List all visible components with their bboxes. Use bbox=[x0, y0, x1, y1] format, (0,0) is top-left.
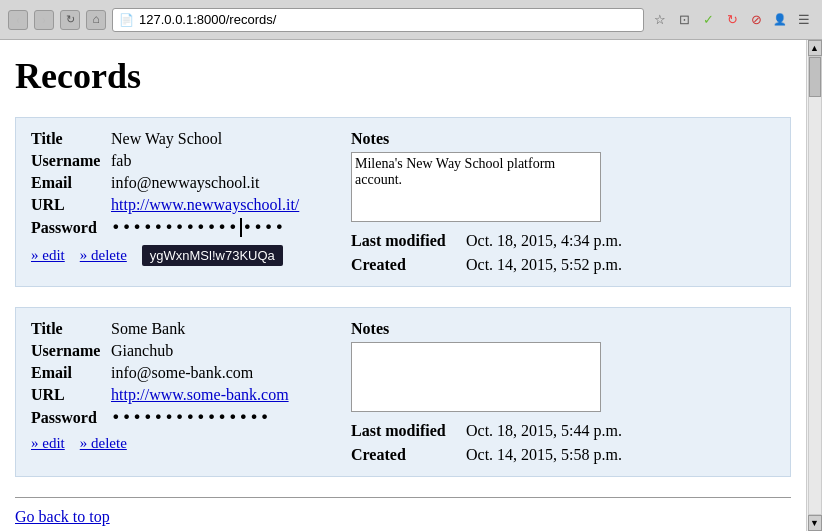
title-label-2: Title bbox=[31, 320, 111, 338]
email-value-1: info@newwayschool.it bbox=[111, 174, 259, 192]
email-label-2: Email bbox=[31, 364, 111, 382]
created-row-1: Created Oct. 14, 2015, 5:52 p.m. bbox=[351, 256, 775, 274]
url-label-1: URL bbox=[31, 196, 111, 214]
back-button[interactable]: ‹ bbox=[8, 10, 28, 30]
delete-link-1[interactable]: » delete bbox=[80, 247, 127, 264]
last-modified-value-1: Oct. 18, 2015, 4:34 p.m. bbox=[466, 232, 622, 250]
username-row-2: Username Gianchub bbox=[31, 342, 331, 360]
notes-textarea-1[interactable]: Milena's New Way School platform account… bbox=[351, 152, 601, 222]
title-value-1: New Way School bbox=[111, 130, 222, 148]
record-right-2: Notes Last modified Oct. 18, 2015, 5:44 … bbox=[351, 320, 775, 464]
shield-icon[interactable]: ✓ bbox=[698, 10, 718, 30]
scrollbar: ▲ ▼ bbox=[806, 40, 822, 531]
home-button[interactable]: ⌂ bbox=[86, 10, 106, 30]
block-icon[interactable]: ⊘ bbox=[746, 10, 766, 30]
record-left-1: Title New Way School Username fab Email … bbox=[31, 130, 331, 274]
reload-button[interactable]: ↻ bbox=[60, 10, 80, 30]
record-card-1: Title New Way School Username fab Email … bbox=[15, 117, 791, 287]
url-value-2[interactable]: http://www.some-bank.com bbox=[111, 386, 289, 404]
record-actions-2: » edit » delete bbox=[31, 435, 331, 452]
scrollbar-down-button[interactable]: ▼ bbox=[808, 515, 822, 531]
notes-label-1: Notes bbox=[351, 130, 775, 148]
password-label-1: Password bbox=[31, 219, 111, 237]
url-link-1[interactable]: http://www.newwayschool.it/ bbox=[111, 196, 299, 213]
url-text: 127.0.0.1:8000/records/ bbox=[139, 12, 276, 27]
footer-links: Go back to top Go back home. bbox=[15, 508, 791, 531]
last-modified-label-2: Last modified bbox=[351, 422, 461, 440]
edit-link-1[interactable]: » edit bbox=[31, 247, 65, 264]
last-modified-value-2: Oct. 18, 2015, 5:44 p.m. bbox=[466, 422, 622, 440]
password-label-2: Password bbox=[31, 409, 111, 427]
username-value-2: Gianchub bbox=[111, 342, 173, 360]
title-label-1: Title bbox=[31, 130, 111, 148]
url-row-1: URL http://www.newwayschool.it/ bbox=[31, 196, 331, 214]
password-value-2: ••••••••••••••• bbox=[111, 408, 271, 427]
username-value-1: fab bbox=[111, 152, 131, 170]
record-actions-1: » edit » delete ygWxnMSl!w73KUQa bbox=[31, 245, 331, 266]
page-icon: 📄 bbox=[119, 13, 134, 27]
privacy-icon[interactable]: 👤 bbox=[770, 10, 790, 30]
record-grid-2: Title Some Bank Username Gianchub Email … bbox=[31, 320, 775, 464]
email-row-2: Email info@some-bank.com bbox=[31, 364, 331, 382]
notes-label-2: Notes bbox=[351, 320, 775, 338]
username-row-1: Username fab bbox=[31, 152, 331, 170]
toolbar-icons: ☆ ⊡ ✓ ↻ ⊘ 👤 ☰ bbox=[650, 10, 814, 30]
username-label-1: Username bbox=[31, 152, 111, 170]
created-value-2: Oct. 14, 2015, 5:58 p.m. bbox=[466, 446, 622, 464]
bookmark-icon[interactable]: ☆ bbox=[650, 10, 670, 30]
record-grid-1: Title New Way School Username fab Email … bbox=[31, 130, 775, 274]
page-title: Records bbox=[15, 55, 791, 97]
created-row-2: Created Oct. 14, 2015, 5:58 p.m. bbox=[351, 446, 775, 464]
scrollbar-up-button[interactable]: ▲ bbox=[808, 40, 822, 56]
last-modified-row-2: Last modified Oct. 18, 2015, 5:44 p.m. bbox=[351, 422, 775, 440]
bookmark2-icon[interactable]: ⊡ bbox=[674, 10, 694, 30]
password-row-2: Password ••••••••••••••• bbox=[31, 408, 331, 427]
email-value-2: info@some-bank.com bbox=[111, 364, 253, 382]
notes-textarea-2[interactable] bbox=[351, 342, 601, 412]
last-modified-row-1: Last modified Oct. 18, 2015, 4:34 p.m. bbox=[351, 232, 775, 250]
scrollbar-thumb[interactable] bbox=[809, 57, 821, 97]
record-right-1: Notes Milena's New Way School platform a… bbox=[351, 130, 775, 274]
forward-button[interactable]: › bbox=[34, 10, 54, 30]
title-value-2: Some Bank bbox=[111, 320, 185, 338]
username-label-2: Username bbox=[31, 342, 111, 360]
browser-chrome: ‹ › ↻ ⌂ 📄 127.0.0.1:8000/records/ ☆ ⊡ ✓ … bbox=[0, 0, 822, 40]
url-link-2[interactable]: http://www.some-bank.com bbox=[111, 386, 289, 403]
url-value-1[interactable]: http://www.newwayschool.it/ bbox=[111, 196, 299, 214]
page-content: Records Title New Way School Username fa… bbox=[0, 40, 806, 531]
delete-link-2[interactable]: » delete bbox=[80, 435, 127, 452]
password-tooltip-1: ygWxnMSl!w73KUQa bbox=[142, 245, 283, 266]
password-value-1: •••••••••••••••• bbox=[111, 218, 285, 237]
page-container: Records Title New Way School Username fa… bbox=[0, 40, 822, 531]
menu-icon[interactable]: ☰ bbox=[794, 10, 814, 30]
password-row-1: Password •••••••••••••••• bbox=[31, 218, 331, 237]
back-to-top-link[interactable]: Go back to top bbox=[15, 508, 110, 525]
refresh-icon[interactable]: ↻ bbox=[722, 10, 742, 30]
edit-link-2[interactable]: » edit bbox=[31, 435, 65, 452]
created-label-1: Created bbox=[351, 256, 461, 274]
record-left-2: Title Some Bank Username Gianchub Email … bbox=[31, 320, 331, 464]
back-to-top-row: Go back to top bbox=[15, 508, 791, 526]
created-label-2: Created bbox=[351, 446, 461, 464]
address-bar[interactable]: 📄 127.0.0.1:8000/records/ bbox=[112, 8, 644, 32]
title-row-2: Title Some Bank bbox=[31, 320, 331, 338]
divider bbox=[15, 497, 791, 498]
email-row-1: Email info@newwayschool.it bbox=[31, 174, 331, 192]
record-card-2: Title Some Bank Username Gianchub Email … bbox=[15, 307, 791, 477]
scrollbar-track[interactable] bbox=[808, 56, 822, 515]
created-value-1: Oct. 14, 2015, 5:52 p.m. bbox=[466, 256, 622, 274]
title-row-1: Title New Way School bbox=[31, 130, 331, 148]
url-label-2: URL bbox=[31, 386, 111, 404]
last-modified-label-1: Last modified bbox=[351, 232, 461, 250]
url-row-2: URL http://www.some-bank.com bbox=[31, 386, 331, 404]
email-label-1: Email bbox=[31, 174, 111, 192]
